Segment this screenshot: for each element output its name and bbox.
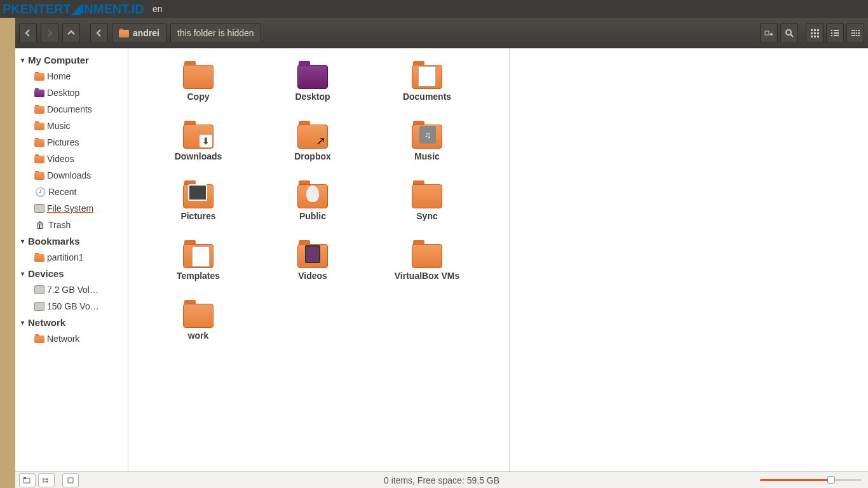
breadcrumb-parent[interactable]: andrei: [112, 23, 166, 43]
sidebar-item-partition1[interactable]: partition1: [15, 249, 128, 266]
folder-music[interactable]: ♫Music: [370, 118, 484, 178]
svg-rect-10: [811, 36, 813, 37]
svg-rect-18: [834, 35, 839, 36]
folder-icon: [34, 121, 44, 130]
svg-rect-27: [851, 35, 853, 36]
sidebar-section-header[interactable]: ▾Devices: [15, 266, 128, 281]
sidebar-item-label: 7.2 GB Vol…: [47, 283, 98, 297]
sidebar-item-trash[interactable]: 🗑Trash: [15, 217, 128, 233]
svg-rect-8: [814, 32, 816, 34]
sidebar-item-downloads[interactable]: Downloads: [15, 167, 128, 184]
sidebar-item-label: Recent: [48, 185, 76, 199]
back-button[interactable]: [19, 23, 37, 43]
breadcrumb-current-label: this folder is hidden: [177, 28, 254, 38]
folder-icon: [296, 60, 329, 90]
disk-icon: [34, 302, 44, 311]
svg-rect-19: [851, 30, 853, 31]
folder-label: Dropbox: [294, 151, 331, 161]
tree-toggle-button[interactable]: [38, 473, 55, 487]
svg-rect-11: [814, 36, 816, 37]
svg-rect-14: [834, 30, 839, 31]
compact-view-button[interactable]: [846, 23, 864, 43]
chevron-down-icon: ▾: [18, 57, 27, 64]
recent-icon: 🕘: [34, 186, 46, 198]
svg-rect-26: [858, 32, 860, 34]
sidebar-item-7-2-gb-vol-[interactable]: 7.2 GB Vol…: [15, 281, 128, 298]
sidebar-item-label: Music: [47, 119, 71, 133]
folder-icon: [182, 299, 215, 329]
svg-rect-16: [834, 32, 839, 34]
statusbar: 0 items, Free space: 59.5 GB: [15, 471, 868, 488]
sidebar-section-title: Bookmarks: [28, 236, 80, 247]
svg-point-36: [46, 478, 48, 480]
toggle-location-button[interactable]: [760, 23, 778, 43]
folder-pictures[interactable]: Pictures: [141, 178, 255, 238]
svg-rect-38: [68, 478, 73, 483]
zoom-slider[interactable]: [760, 479, 862, 481]
svg-rect-5: [814, 29, 816, 31]
folder-copy[interactable]: Copy: [141, 58, 255, 118]
svg-rect-6: [817, 29, 819, 31]
sidebar-item-documents[interactable]: Documents: [15, 101, 128, 118]
path-back-button[interactable]: [90, 23, 108, 43]
list-view-button[interactable]: [826, 23, 844, 43]
folder-virtualbox-vms[interactable]: VirtualBox VMs: [370, 238, 484, 297]
sidebar-item-file-system[interactable]: File System: [15, 200, 128, 217]
folder-icon: [34, 171, 44, 180]
folder-label: Sync: [416, 211, 437, 221]
sidebar-item-network[interactable]: Network: [15, 330, 128, 347]
folder-templates[interactable]: Templates: [141, 238, 255, 297]
folder-label: Downloads: [175, 151, 222, 161]
folder-grid[interactable]: CopyDesktopDocuments⬇Downloads↗Dropbox♫M…: [128, 48, 509, 471]
sidebar-section-header[interactable]: ▾My Computer: [15, 52, 128, 68]
search-button[interactable]: [780, 23, 798, 43]
sidebar-item-label: Desktop: [47, 86, 79, 100]
forward-button[interactable]: [41, 23, 58, 43]
sidebar-item-recent[interactable]: 🕘Recent: [15, 184, 128, 200]
sidebar-item-home[interactable]: Home: [15, 68, 128, 85]
sidebar-item-label: partition1: [47, 250, 84, 264]
folder-work[interactable]: work: [141, 297, 255, 357]
svg-line-3: [790, 34, 793, 37]
svg-rect-12: [817, 36, 819, 37]
up-button[interactable]: [62, 23, 80, 43]
sidebar-item-music[interactable]: Music: [15, 118, 128, 134]
icon-view-button[interactable]: [806, 23, 824, 43]
folder-label: Music: [414, 151, 440, 161]
svg-rect-22: [858, 30, 860, 31]
svg-rect-24: [853, 32, 855, 34]
chevron-down-icon: ▾: [18, 319, 27, 326]
folder-desktop[interactable]: Desktop: [255, 58, 370, 118]
folder-documents[interactable]: Documents: [370, 58, 484, 118]
sidebar-item-pictures[interactable]: Pictures: [15, 134, 128, 151]
folder-icon: [34, 105, 44, 114]
folder-label: Desktop: [295, 92, 330, 102]
close-sidebar-button[interactable]: [62, 473, 79, 487]
folder-icon: [34, 334, 44, 343]
home-icon: [34, 72, 44, 81]
folder-icon: [410, 239, 444, 269]
sidebar-item-150-gb-vo-[interactable]: 150 GB Vo…: [15, 298, 128, 315]
folder-icon: [296, 179, 329, 210]
preview-pane: [509, 48, 868, 471]
folder-sync[interactable]: Sync: [370, 178, 484, 238]
sidebar-section-header[interactable]: ▾Bookmarks: [15, 233, 128, 249]
sidebar-item-desktop[interactable]: Desktop: [15, 85, 128, 101]
sidebar-section-header[interactable]: ▾Network: [15, 315, 128, 330]
folder-icon: [34, 253, 44, 262]
folder-label: work: [188, 330, 209, 341]
folder-public[interactable]: Public: [255, 178, 370, 238]
breadcrumb-current[interactable]: this folder is hidden: [170, 23, 261, 43]
folder-downloads[interactable]: ⬇Downloads: [141, 118, 255, 178]
folder-videos[interactable]: Videos: [255, 238, 370, 297]
svg-rect-30: [858, 35, 860, 36]
folder-dropbox[interactable]: ↗Dropbox: [255, 118, 370, 178]
chevron-down-icon: ▾: [18, 238, 27, 245]
places-toggle-button[interactable]: [19, 473, 36, 487]
folder-icon: [182, 239, 215, 269]
folder-icon: ♫: [410, 119, 444, 150]
sidebar-item-videos[interactable]: Videos: [15, 151, 128, 167]
folder-label: Pictures: [180, 211, 215, 221]
folder-icon: [34, 154, 44, 163]
sidebar: ▾My ComputerHomeDesktopDocumentsMusicPic…: [15, 48, 128, 471]
